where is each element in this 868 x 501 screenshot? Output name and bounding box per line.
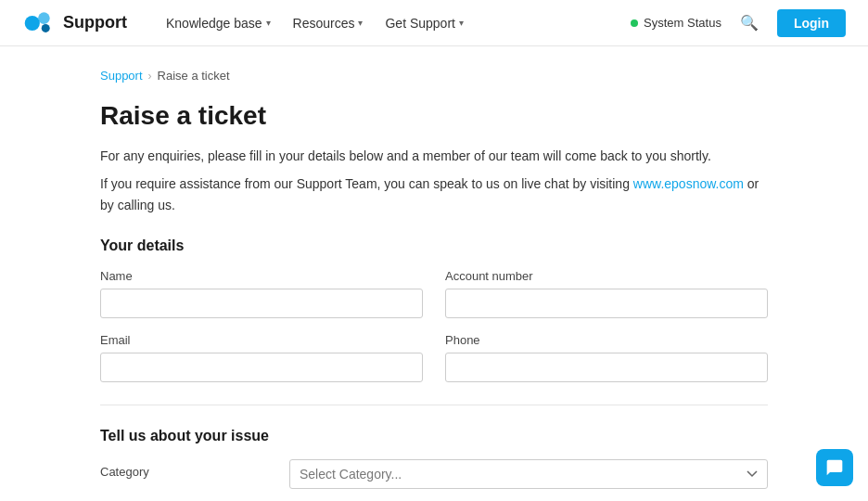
breadcrumb-separator: › — [148, 70, 152, 83]
svg-point-0 — [25, 15, 40, 30]
your-details-section-title: Your details — [100, 238, 768, 254]
name-input[interactable] — [100, 289, 423, 318]
chevron-down-icon: ▾ — [358, 18, 363, 28]
chevron-down-icon: ▾ — [266, 18, 271, 28]
account-number-input[interactable] — [445, 289, 768, 318]
logo-area: Support — [22, 6, 127, 40]
breadcrumb-support-link[interactable]: Support — [100, 69, 143, 83]
header-right: System Status 🔍 Login — [631, 9, 846, 37]
svg-point-1 — [38, 12, 50, 24]
logo-text: Support — [63, 13, 127, 32]
system-status-label: System Status — [644, 16, 721, 30]
name-account-row: Name Account number — [100, 269, 768, 318]
email-phone-row: Email Phone — [100, 333, 768, 382]
logo-icon — [22, 6, 56, 40]
chevron-down-icon: ▾ — [459, 18, 464, 28]
issue-section: Tell us about your issue Category Select… — [100, 428, 768, 501]
account-number-group: Account number — [445, 269, 768, 318]
search-button[interactable]: 🔍 — [736, 10, 762, 35]
nav-label-knowledge-base: Knowledge base — [166, 16, 262, 31]
eposnow-link[interactable]: www.eposnow.com — [633, 176, 744, 191]
nav-item-knowledge-base[interactable]: Knowledge base ▾ — [157, 10, 280, 36]
category-select[interactable]: Select Category... Billing Technical Gen… — [289, 459, 768, 489]
name-label: Name — [100, 269, 423, 283]
status-dot-icon — [631, 19, 638, 27]
main-content: Support › Raise a ticket Raise a ticket … — [82, 46, 786, 501]
phone-input[interactable] — [445, 353, 768, 382]
category-label: Category — [100, 459, 267, 479]
header: Support Knowledge base ▾ Resources ▾ Get… — [0, 0, 868, 46]
nav-label-resources: Resources — [293, 16, 355, 31]
search-icon: 🔍 — [740, 15, 759, 31]
intro-text-1: For any enquiries, please fill in your d… — [100, 146, 768, 166]
chat-icon — [825, 458, 844, 477]
svg-point-2 — [42, 23, 50, 32]
phone-label: Phone — [445, 333, 768, 347]
nav-label-get-support: Get Support — [385, 16, 455, 31]
nav-item-resources[interactable]: Resources ▾ — [284, 10, 373, 36]
issue-section-title: Tell us about your issue — [100, 428, 768, 444]
section-divider — [100, 405, 768, 405]
nav-item-get-support[interactable]: Get Support ▾ — [376, 10, 473, 36]
category-field-col: Select Category... Billing Technical Gen… — [289, 459, 768, 489]
phone-group: Phone — [445, 333, 768, 382]
email-group: Email — [100, 333, 423, 382]
chat-bubble-button[interactable] — [816, 449, 853, 486]
intro-text-2-prefix: If you require assistance from our Suppo… — [100, 176, 630, 191]
page-title: Raise a ticket — [100, 101, 768, 131]
breadcrumb-current: Raise a ticket — [158, 69, 230, 83]
email-input[interactable] — [100, 353, 423, 382]
breadcrumb: Support › Raise a ticket — [100, 69, 768, 83]
login-button[interactable]: Login — [777, 9, 846, 37]
email-label: Email — [100, 333, 423, 347]
main-nav: Knowledge base ▾ Resources ▾ Get Support… — [157, 10, 631, 36]
system-status[interactable]: System Status — [631, 16, 721, 30]
category-row: Category Select Category... Billing Tech… — [100, 459, 768, 489]
name-group: Name — [100, 269, 423, 318]
account-number-label: Account number — [445, 269, 768, 283]
intro-text-2: If you require assistance from our Suppo… — [100, 173, 768, 215]
